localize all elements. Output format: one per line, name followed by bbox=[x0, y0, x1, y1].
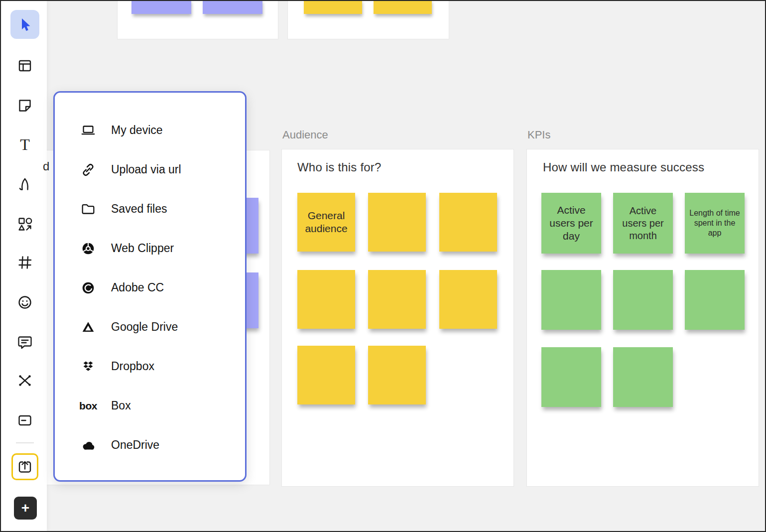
frame-title-kpis[interactable]: KPIs bbox=[527, 129, 550, 141]
menu-item-google-drive[interactable]: Google Drive bbox=[55, 307, 245, 347]
menu-item-onedrive[interactable]: OneDrive bbox=[55, 425, 245, 465]
sticky-note[interactable]: Active users per month bbox=[613, 193, 673, 254]
folder-icon bbox=[79, 200, 98, 219]
sticky-note[interactable]: Active users per day bbox=[541, 193, 601, 254]
menu-item-label: Dropbox bbox=[111, 360, 154, 373]
sticky-note[interactable] bbox=[541, 347, 601, 407]
menu-item-label: My device bbox=[111, 124, 163, 137]
whiteboard-app: d Audience Who is this for? General audi… bbox=[0, 0, 766, 532]
cursor-icon bbox=[16, 15, 34, 33]
menu-item-web-clipper[interactable]: Web Clipper bbox=[55, 229, 245, 268]
plus-icon: + bbox=[21, 501, 29, 515]
sticky-note[interactable] bbox=[439, 193, 497, 252]
shapes-icon bbox=[16, 215, 34, 233]
comment-icon bbox=[16, 333, 34, 351]
sticky-note[interactable] bbox=[304, 0, 362, 14]
sticky-note[interactable] bbox=[541, 270, 601, 330]
sticky-note[interactable] bbox=[613, 270, 673, 330]
menu-item-saved-files[interactable]: Saved files bbox=[55, 189, 245, 229]
box-icon: box bbox=[79, 397, 98, 415]
pen-icon bbox=[16, 175, 34, 193]
menu-item-box[interactable]: box Box bbox=[55, 386, 245, 425]
text-icon: T bbox=[20, 136, 30, 152]
templates-icon bbox=[16, 57, 34, 75]
sticky-note[interactable] bbox=[131, 0, 191, 14]
menu-item-upload-via-url[interactable]: Upload via url bbox=[55, 150, 245, 189]
tool-pen[interactable] bbox=[15, 174, 35, 194]
menu-item-label: Web Clipper bbox=[111, 242, 174, 255]
sticky-note[interactable] bbox=[297, 270, 355, 329]
tool-sticky-note[interactable] bbox=[15, 96, 35, 116]
upload-icon bbox=[16, 458, 34, 476]
menu-item-adobe-cc[interactable]: Adobe CC bbox=[55, 268, 245, 307]
tool-upload[interactable] bbox=[11, 453, 38, 480]
tool-comment[interactable] bbox=[15, 332, 35, 352]
onedrive-icon bbox=[79, 436, 98, 455]
menu-item-label: Google Drive bbox=[111, 320, 178, 334]
tool-text[interactable]: T bbox=[15, 134, 35, 154]
menu-item-label: Adobe CC bbox=[111, 281, 164, 294]
menu-item-label: Saved files bbox=[111, 202, 167, 216]
tool-select[interactable] bbox=[10, 10, 39, 39]
menu-item-label: Upload via url bbox=[111, 163, 181, 176]
sticky-note[interactable] bbox=[203, 0, 262, 14]
sticky-note-icon bbox=[16, 97, 34, 115]
tool-frame[interactable] bbox=[15, 253, 35, 272]
menu-item-my-device[interactable]: My device bbox=[55, 111, 245, 150]
google-drive-icon bbox=[79, 318, 98, 337]
tool-stickers[interactable] bbox=[15, 292, 35, 312]
connector-icon bbox=[16, 372, 34, 390]
tool-connector[interactable] bbox=[15, 371, 35, 391]
sticky-note[interactable] bbox=[297, 346, 355, 404]
sticky-note[interactable] bbox=[439, 270, 497, 329]
left-toolbar: T bbox=[1, 1, 47, 531]
frame-heading-kpis[interactable]: How will we measure success bbox=[543, 160, 704, 174]
menu-item-label: Box bbox=[111, 399, 131, 412]
card-icon bbox=[16, 411, 34, 429]
tool-card[interactable] bbox=[15, 410, 35, 430]
stickers-smiley-icon bbox=[16, 293, 34, 311]
tool-templates[interactable] bbox=[15, 56, 35, 76]
sticky-note[interactable] bbox=[368, 193, 426, 252]
menu-item-label: OneDrive bbox=[111, 438, 159, 452]
sticky-note[interactable] bbox=[613, 347, 673, 407]
sticky-note[interactable] bbox=[368, 346, 426, 404]
upload-menu-popup: My device Upload via url Saved files bbox=[53, 91, 247, 482]
menu-item-dropbox[interactable]: Dropbox bbox=[55, 347, 245, 386]
sticky-note[interactable] bbox=[368, 270, 426, 329]
toolbar-divider bbox=[16, 442, 34, 443]
frame-heading-audience[interactable]: Who is this for? bbox=[297, 160, 382, 174]
laptop-icon bbox=[79, 121, 98, 140]
sticky-note[interactable]: General audience bbox=[297, 193, 355, 252]
sticky-note[interactable] bbox=[685, 270, 745, 330]
sticky-note[interactable]: Length of time spent in the app bbox=[685, 193, 745, 254]
frame-icon bbox=[16, 254, 34, 271]
adobe-cc-icon bbox=[79, 278, 98, 297]
tool-shapes[interactable] bbox=[15, 214, 35, 234]
dropbox-icon bbox=[79, 357, 98, 376]
sticky-note[interactable] bbox=[374, 0, 432, 14]
frame-title-audience[interactable]: Audience bbox=[282, 129, 328, 141]
tool-more-add[interactable]: + bbox=[14, 497, 37, 520]
web-clipper-icon bbox=[79, 239, 98, 258]
partial-heading-fragment: d bbox=[43, 159, 49, 173]
link-icon bbox=[79, 160, 98, 179]
